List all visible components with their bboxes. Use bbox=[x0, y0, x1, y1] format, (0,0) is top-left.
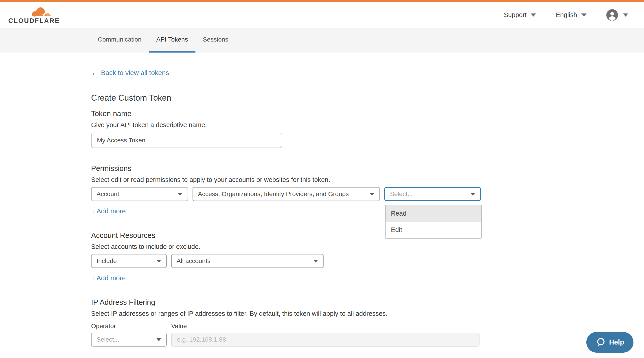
back-to-tokens-link[interactable]: ← Back to view all tokens bbox=[91, 69, 169, 77]
account-menu[interactable] bbox=[606, 9, 628, 21]
chevron-down-icon bbox=[178, 193, 183, 196]
permissions-add-more-link[interactable]: + Add more bbox=[91, 207, 126, 215]
cloudflare-cloud-icon bbox=[30, 5, 53, 18]
menu-option-read[interactable]: Read bbox=[386, 205, 481, 222]
chevron-down-icon bbox=[623, 14, 628, 17]
help-button[interactable]: Help bbox=[586, 332, 634, 352]
permission-resource-value: Access: Organizations, Identity Provider… bbox=[198, 190, 349, 198]
resource-accounts-value: All accounts bbox=[176, 257, 210, 265]
cloudflare-logo[interactable]: CLOUDFLARE bbox=[8, 4, 53, 26]
tab-api-tokens[interactable]: API Tokens bbox=[149, 28, 196, 53]
token-name-heading: Token name bbox=[91, 109, 644, 118]
support-label: Support bbox=[504, 11, 527, 19]
permissions-heading: Permissions bbox=[91, 164, 644, 173]
language-label: English bbox=[556, 11, 577, 19]
chat-bubble-icon bbox=[596, 337, 606, 347]
permission-level-placeholder: Select... bbox=[390, 190, 413, 198]
header: CLOUDFLARE Support English bbox=[0, 2, 644, 28]
tab-sessions[interactable]: Sessions bbox=[196, 28, 236, 53]
cloudflare-wordmark: CLOUDFLARE bbox=[8, 17, 60, 25]
page-title: Create Custom Token bbox=[91, 93, 644, 103]
resource-mode-value: Include bbox=[96, 257, 117, 265]
help-button-label: Help bbox=[609, 338, 624, 346]
token-name-description: Give your API token a descriptive name. bbox=[91, 121, 644, 129]
resource-mode-select[interactable]: Include bbox=[91, 254, 167, 268]
permission-resource-select[interactable]: Access: Organizations, Identity Provider… bbox=[192, 187, 380, 201]
chevron-down-icon bbox=[470, 193, 475, 196]
ip-value-input[interactable] bbox=[171, 333, 480, 346]
account-resources-description: Select accounts to include or exclude. bbox=[91, 243, 644, 250]
ip-operator-placeholder: Select... bbox=[96, 336, 119, 343]
chevron-down-icon bbox=[313, 260, 318, 262]
ip-filtering-description: Select IP addresses or ranges of IP addr… bbox=[91, 310, 644, 317]
token-name-input[interactable] bbox=[91, 133, 282, 148]
resource-accounts-select[interactable]: All accounts bbox=[171, 254, 324, 268]
permission-scope-select[interactable]: Account bbox=[91, 187, 188, 201]
arrow-left-icon: ← bbox=[91, 69, 98, 76]
brand-color-bar bbox=[0, 0, 644, 2]
chevron-down-icon bbox=[370, 193, 374, 196]
account-resources-heading: Account Resources bbox=[91, 231, 644, 240]
user-avatar-icon bbox=[606, 9, 618, 21]
main-content: ← Back to view all tokens Create Custom … bbox=[0, 53, 644, 346]
chevron-down-icon bbox=[156, 338, 161, 341]
tab-communication[interactable]: Communication bbox=[90, 28, 149, 53]
support-menu[interactable]: Support bbox=[504, 11, 536, 19]
ip-filtering-section: IP Address Filtering Select IP addresses… bbox=[91, 298, 644, 346]
permission-level-menu: Read Edit bbox=[385, 205, 482, 238]
permission-level-select[interactable]: Select... Read Edit bbox=[384, 187, 481, 201]
permissions-description: Select edit or read permissions to apply… bbox=[91, 176, 644, 183]
operator-label: Operator bbox=[91, 322, 171, 330]
ip-operator-select[interactable]: Select... bbox=[91, 333, 167, 346]
token-name-section: Token name Give your API token a descrip… bbox=[91, 109, 644, 148]
permission-scope-value: Account bbox=[96, 190, 119, 198]
profile-tabbar: Communication API Tokens Sessions bbox=[0, 28, 644, 53]
chevron-down-icon bbox=[156, 260, 161, 262]
chevron-down-icon bbox=[581, 14, 586, 17]
language-menu[interactable]: English bbox=[556, 11, 586, 19]
back-link-label: Back to view all tokens bbox=[101, 69, 169, 77]
menu-option-edit[interactable]: Edit bbox=[386, 222, 481, 238]
permissions-section: Permissions Select edit or read permissi… bbox=[91, 164, 644, 215]
ip-filtering-heading: IP Address Filtering bbox=[91, 298, 644, 306]
account-resources-add-more-link[interactable]: + Add more bbox=[91, 274, 126, 282]
value-label: Value bbox=[171, 322, 187, 330]
account-resources-section: Account Resources Select accounts to inc… bbox=[91, 231, 644, 282]
chevron-down-icon bbox=[531, 14, 536, 17]
